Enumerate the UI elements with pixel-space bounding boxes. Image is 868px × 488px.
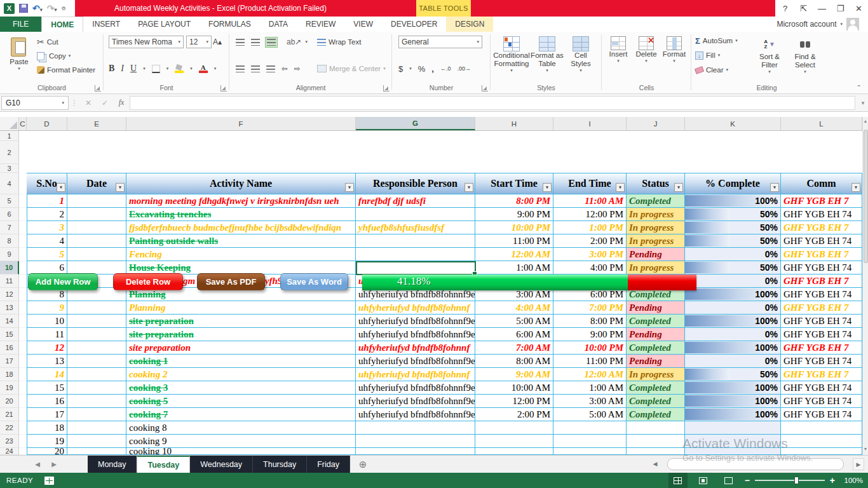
ribbon-tab-formulas[interactable]: FORMULAS: [200, 17, 260, 32]
row-header-19[interactable]: 19: [0, 381, 19, 395]
page-break-view-button[interactable]: [719, 473, 738, 488]
cell-comment[interactable]: GHF YGB EH 7: [781, 194, 862, 208]
cell-start-time[interactable]: 8:00 AM: [475, 355, 553, 368]
cell-status[interactable]: In progress: [627, 208, 685, 221]
cell-activity[interactable]: cooking 1: [126, 355, 356, 368]
table-header-responsible-person[interactable]: Responsible Person▾: [356, 173, 475, 194]
cell-sno[interactable]: 1: [27, 194, 67, 208]
cell-sno[interactable]: 12: [27, 341, 67, 355]
cell-activity[interactable]: cooking 5: [126, 395, 356, 408]
comma-style-icon[interactable]: ,: [431, 64, 434, 74]
page-layout-view-button[interactable]: [694, 473, 713, 488]
cell-percent-complete[interactable]: 0%: [685, 355, 781, 368]
row-header-10[interactable]: 10: [0, 261, 19, 274]
cell-activity[interactable]: cooking 7: [126, 408, 356, 421]
cell-sno[interactable]: 19: [27, 435, 67, 448]
sheet-tab-friday[interactable]: Friday: [307, 456, 350, 473]
insert-cells-button[interactable]: Insert▾: [604, 34, 632, 81]
formula-bar-splitter[interactable]: ⋮: [69, 98, 80, 107]
row-header-17[interactable]: 17: [0, 355, 19, 368]
horizontal-scrollbar[interactable]: ◀ ▶: [534, 458, 864, 470]
save-as-pdf-button[interactable]: Save As PDF: [197, 273, 265, 290]
cell-responsible[interactable]: [356, 448, 475, 455]
cell-start-time[interactable]: 2:00 PM: [475, 408, 553, 421]
cell-sno[interactable]: 16: [27, 395, 67, 408]
row-header-1[interactable]: 1: [0, 131, 19, 141]
cell-date[interactable]: [67, 315, 126, 328]
scroll-down-icon[interactable]: ▼: [863, 445, 868, 454]
font-color-icon[interactable]: A: [199, 64, 208, 73]
format-cells-button[interactable]: Format▾: [660, 34, 688, 81]
cell-percent-complete[interactable]: 0%: [685, 248, 781, 261]
cell-responsible[interactable]: uhfyheriufyd bfndfb8fohnnf9ef: [356, 408, 475, 421]
cell-sno[interactable]: 4: [27, 234, 67, 248]
column-header-C[interactable]: C: [19, 117, 27, 130]
cell-sno[interactable]: 18: [27, 421, 67, 435]
cell-comment[interactable]: GHF YGB EH 7: [781, 368, 862, 381]
cell-percent-complete[interactable]: 100%: [685, 341, 781, 355]
filter-button[interactable]: ▾: [770, 183, 779, 192]
cell-status[interactable]: Pending: [627, 328, 685, 341]
ribbon-tab-review[interactable]: REVIEW: [297, 17, 344, 32]
new-sheet-button[interactable]: ⊕: [350, 456, 376, 473]
cell-date[interactable]: [67, 301, 126, 315]
cell-comment[interactable]: [781, 435, 862, 448]
number-format-combo[interactable]: General▾: [398, 36, 482, 48]
vertical-scrollbar[interactable]: ▲ ▼: [862, 117, 868, 455]
row-header-16[interactable]: 16: [0, 341, 19, 355]
cell-start-time[interactable]: 12:00 AM: [475, 248, 553, 261]
scroll-right-icon[interactable]: ▶: [853, 458, 864, 470]
cell-sno[interactable]: 17: [27, 408, 67, 421]
cell-start-time[interactable]: 6:00 AM: [475, 328, 553, 341]
cell-end-time[interactable]: 1:00 PM: [553, 221, 627, 234]
cell-activity[interactable]: Painting outside walls: [126, 234, 356, 248]
conditional-formatting-button[interactable]: Conditional Formatting▾: [493, 34, 530, 81]
cell-date[interactable]: [67, 221, 126, 234]
zoom-slider-thumb[interactable]: [794, 477, 799, 484]
cell-start-time[interactable]: 9:00 PM: [475, 208, 553, 221]
sort-filter-button[interactable]: AZ▼ Sort & Filter▾: [752, 34, 787, 81]
cell-responsible[interactable]: uhfyheriufyd bfndfb8fohnnf9ef: [356, 395, 475, 408]
minimize-icon[interactable]: —: [813, 0, 831, 17]
qat-customize-icon[interactable]: ⚙: [62, 6, 66, 11]
cell-status[interactable]: [627, 435, 685, 448]
save-icon[interactable]: [19, 4, 28, 13]
cell-start-time[interactable]: 5:00 AM: [475, 315, 553, 328]
paste-button[interactable]: Paste▾: [3, 34, 36, 81]
cell-date[interactable]: [67, 234, 126, 248]
table-header-activity-name[interactable]: Activity Name▾: [126, 173, 356, 194]
font-size-combo[interactable]: 12▾: [186, 36, 212, 48]
cell-date[interactable]: [67, 341, 126, 355]
fill-color-icon[interactable]: [175, 65, 184, 73]
cell-start-time[interactable]: 11:00 PM: [475, 234, 553, 248]
cell-percent-complete[interactable]: 50%: [685, 208, 781, 221]
cell-end-time[interactable]: 12:00 AM: [553, 368, 627, 381]
horizontal-scroll-thumb[interactable]: [667, 458, 844, 470]
cell-responsible[interactable]: uhfyheriufyd bfndfb8fohnnf9ef: [356, 328, 475, 341]
cell-responsible[interactable]: [356, 435, 475, 448]
cell-percent-complete[interactable]: 50%: [685, 368, 781, 381]
cell-comment[interactable]: GHF YGB EH 74: [781, 381, 862, 395]
cell-end-time[interactable]: 2:00 PM: [553, 234, 627, 248]
column-header-J[interactable]: J: [627, 117, 685, 130]
cell-status[interactable]: Completed: [627, 408, 685, 421]
table-header-s-no[interactable]: S.No▾: [27, 173, 67, 194]
table-header-date[interactable]: Date▾: [67, 173, 126, 194]
sheet-tab-wednesday[interactable]: Wednesday: [190, 456, 253, 473]
cell-activity[interactable]: Fencing: [126, 248, 356, 261]
cell-comment[interactable]: GHF YGB EH 7: [781, 221, 862, 234]
cell-status[interactable]: Pending: [627, 248, 685, 261]
cell-status[interactable]: Completed: [627, 315, 685, 328]
cell-activity[interactable]: Excavating trenches: [126, 208, 356, 221]
collapse-ribbon-icon[interactable]: ⌃: [857, 84, 862, 91]
cell-comment[interactable]: GHF YGB EH 74: [781, 328, 862, 341]
cell-percent-complete[interactable]: 100%: [685, 194, 781, 208]
cell-comment[interactable]: GHF YGB EH 74: [781, 408, 862, 421]
ribbon-display-icon[interactable]: ⇱: [794, 0, 813, 17]
cell-status[interactable]: Completed: [627, 194, 685, 208]
cell-status[interactable]: Completed: [627, 381, 685, 395]
decrease-decimal-icon[interactable]: .00→: [457, 65, 471, 72]
cell-date[interactable]: [67, 435, 126, 448]
cell-responsible[interactable]: uhfyheriufyd bfndfb8fohnnf9ef: [356, 355, 475, 368]
cell-end-time[interactable]: 11:00 PM: [553, 355, 627, 368]
